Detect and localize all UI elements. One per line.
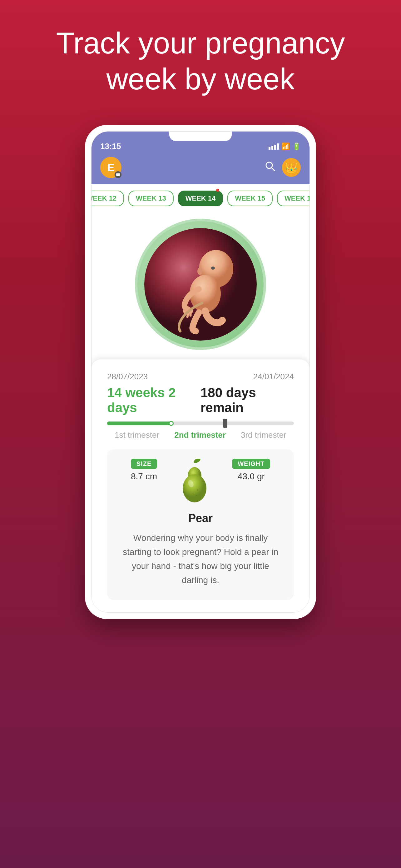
weight-badge: WEIGHT 43.0 gr xyxy=(232,459,270,482)
weight-label: WEIGHT xyxy=(232,459,270,469)
fetus-svg xyxy=(144,228,257,341)
header-actions: 👑 xyxy=(265,158,301,177)
signal-icon xyxy=(269,144,279,150)
progress-container xyxy=(107,422,294,425)
fruit-name: Pear xyxy=(116,512,285,525)
svg-point-16 xyxy=(183,474,206,502)
phone-mockup: 13:15 📶 🔋 E xyxy=(85,125,316,619)
trimester-3-label: 3rd trimester xyxy=(241,430,287,440)
info-card: 28/07/2023 24/01/2024 14 weeks 2 days 18… xyxy=(92,359,309,612)
app-header: E xyxy=(92,154,309,184)
notch xyxy=(169,131,232,141)
fetus-display xyxy=(92,206,309,359)
svg-line-10 xyxy=(188,314,188,317)
fruit-description: Wondering why your body is finally start… xyxy=(123,531,278,587)
weight-value: 43.0 gr xyxy=(238,471,265,482)
svg-rect-1 xyxy=(116,174,120,175)
svg-rect-2 xyxy=(116,175,120,176)
week-info-row: 14 weeks 2 days 180 days remain xyxy=(107,385,294,415)
week-14-pill[interactable]: WEEK 14 xyxy=(178,191,223,206)
end-date: 24/01/2024 xyxy=(253,372,294,381)
phone-screen: 13:15 📶 🔋 E xyxy=(91,131,310,612)
avatar-letter: E xyxy=(107,161,114,174)
svg-point-18 xyxy=(197,489,198,491)
pear-illustration xyxy=(176,459,213,505)
progress-marker2 xyxy=(223,419,227,428)
weeks-text: 14 weeks 2 days xyxy=(107,385,201,415)
wifi-icon: 📶 xyxy=(281,143,290,151)
progress-marker xyxy=(169,421,174,426)
week-12-pill[interactable]: WEEK 12 xyxy=(92,191,124,206)
trimester-1-label: 1st trimester xyxy=(114,430,159,440)
size-weight-row: SIZE 8.7 cm xyxy=(116,459,285,505)
size-value: 8.7 cm xyxy=(131,471,157,482)
week-selector: WEEK 12 WEEK 13 WEEK 14 WEEK 15 WEEK 16 xyxy=(92,184,309,206)
phone-container: 13:15 📶 🔋 E xyxy=(0,125,401,619)
svg-point-19 xyxy=(193,493,194,494)
progress-bar-fill xyxy=(107,422,172,425)
status-icons: 📶 🔋 xyxy=(269,143,301,151)
fetus-circle xyxy=(135,219,266,350)
trimester-2-label: 2nd trimester xyxy=(174,430,226,440)
size-card: SIZE 8.7 cm xyxy=(107,449,294,599)
svg-line-4 xyxy=(271,167,274,170)
search-button[interactable] xyxy=(265,161,276,174)
trimester-row: 1st trimester 2nd trimester 3rd trimeste… xyxy=(107,430,294,440)
avatar-badge xyxy=(114,171,122,178)
start-date: 28/07/2023 xyxy=(107,372,148,381)
week-15-pill[interactable]: WEEK 15 xyxy=(227,191,273,206)
week-13-pill[interactable]: WEEK 13 xyxy=(128,191,174,206)
notch-area xyxy=(92,131,309,138)
premium-avatar[interactable]: 👑 xyxy=(282,158,301,177)
size-badge: SIZE 8.7 cm xyxy=(131,459,157,482)
size-label: SIZE xyxy=(131,459,157,469)
date-row: 28/07/2023 24/01/2024 xyxy=(107,372,294,381)
days-remain: 180 days remain xyxy=(201,385,294,415)
week-16-pill[interactable]: WEEK 16 xyxy=(277,191,309,206)
battery-icon: 🔋 xyxy=(292,143,301,151)
svg-point-20 xyxy=(196,495,197,496)
hero-title: Track your pregnancy week by week xyxy=(0,0,401,116)
svg-point-13 xyxy=(197,268,202,275)
svg-point-12 xyxy=(211,267,215,270)
svg-rect-0 xyxy=(116,174,120,174)
pear-svg xyxy=(176,459,213,505)
user-avatar[interactable]: E xyxy=(100,157,122,178)
progress-bar-bg xyxy=(107,422,294,425)
time-display: 13:15 xyxy=(100,142,121,151)
svg-point-14 xyxy=(193,459,201,464)
